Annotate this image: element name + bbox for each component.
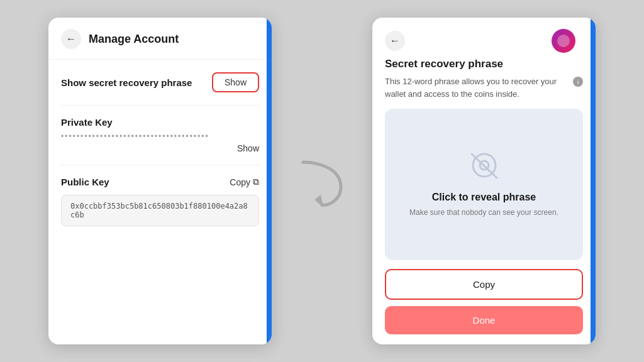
back-button-left[interactable]: ← [61, 29, 81, 49]
reveal-phrase-box[interactable]: Click to reveal phrase Make sure that no… [385, 109, 583, 260]
copy-main-button[interactable]: Copy [385, 269, 583, 300]
manage-account-panel: ← Manage Account Show secret recovery ph… [48, 18, 272, 344]
arrow-container [297, 150, 347, 212]
manage-account-title: Manage Account [89, 33, 179, 46]
info-icon[interactable]: i [573, 77, 583, 87]
user-avatar [552, 29, 575, 53]
show-recovery-label: Show secret recovery phrase [61, 77, 192, 88]
private-key-section: Private Key ••••••••••••••••••••••••••••… [61, 106, 259, 165]
public-key-copy-button[interactable]: Copy ⧉ [230, 177, 259, 187]
done-button[interactable]: Done [385, 306, 583, 334]
back-button-right[interactable]: ← [385, 31, 405, 51]
recovery-title: Secret recovery phrase [385, 58, 583, 70]
left-panel-header: ← Manage Account [48, 18, 272, 60]
public-key-label: Public Key [61, 177, 109, 187]
public-key-value: 0x0ccbbf353bc5b81c650803b1f880100e4a2a8c… [61, 195, 259, 226]
recovery-description: This 12-word phrase allows you to recove… [385, 75, 583, 100]
recovery-desc-text: This 12-word phrase allows you to recove… [385, 75, 569, 100]
public-key-section: Public Key Copy ⧉ 0x0ccbbf353bc5b81c6508… [61, 165, 259, 238]
svg-marker-0 [314, 195, 323, 207]
copy-icon: ⧉ [253, 177, 259, 187]
private-key-label: Private Key [61, 117, 113, 128]
reveal-phrase-title: Click to reveal phrase [432, 192, 536, 203]
left-panel-body: Show secret recovery phrase Show Private… [48, 60, 272, 344]
secret-recovery-panel: ← Secret recovery phrase This 12-word ph… [372, 18, 596, 344]
show-recovery-row: Show secret recovery phrase Show [61, 60, 259, 106]
eye-slash-icon [468, 151, 501, 185]
public-key-header: Public Key Copy ⧉ [61, 177, 259, 187]
private-key-show-link[interactable]: Show [61, 143, 259, 153]
right-panel-header: ← [372, 18, 596, 58]
recovery-section: Secret recovery phrase This 12-word phra… [372, 58, 596, 344]
arrow-icon [297, 150, 347, 212]
copy-label: Copy [230, 177, 250, 187]
show-recovery-button[interactable]: Show [212, 72, 259, 92]
private-key-dots: •••••••••••••••••••••••••••••••••••••• [61, 132, 259, 141]
reveal-phrase-desc: Make sure that nobody can see your scree… [409, 207, 558, 218]
screenshot-container: ← Manage Account Show secret recovery ph… [0, 0, 644, 362]
